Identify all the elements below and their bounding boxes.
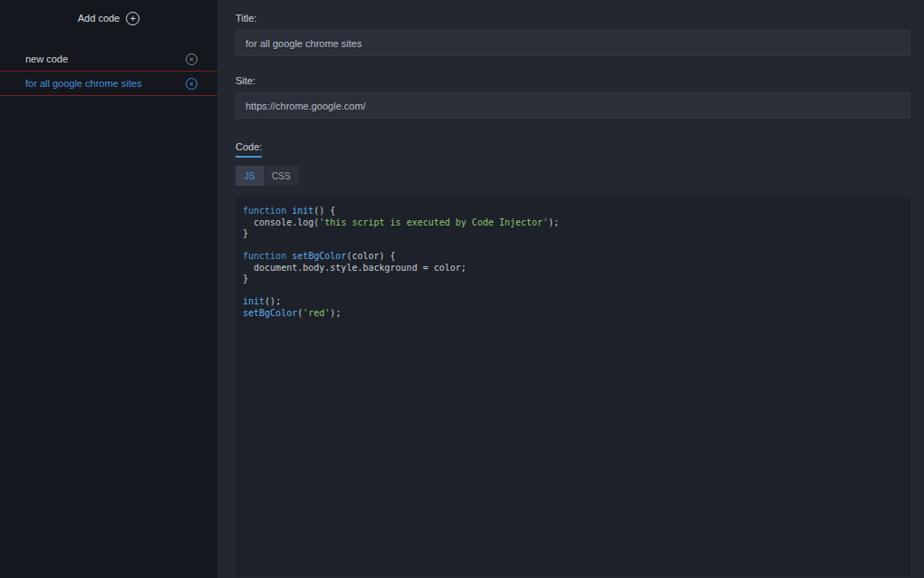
code-injector-app: Add code + new code✕for all google chrom… <box>0 0 924 578</box>
site-field: Site: <box>236 75 910 119</box>
sidebar: Add code + new code✕for all google chrom… <box>0 0 217 578</box>
plus-circle-icon: + <box>126 12 140 25</box>
tab-css[interactable]: CSS <box>264 166 299 186</box>
code-line: function setBgColor(color) { <box>243 251 903 263</box>
title-input[interactable] <box>236 30 910 56</box>
code-tabs: JS CSS <box>236 166 910 186</box>
code-line: setBgColor('red'); <box>243 308 903 320</box>
x-circle-icon[interactable]: ✕ <box>186 53 197 65</box>
code-line: document.body.style.background = color; <box>243 263 903 275</box>
code-editor[interactable]: function init() { console.log('this scri… <box>236 197 910 577</box>
site-label: Site: <box>236 75 910 86</box>
tab-js[interactable]: JS <box>236 166 264 186</box>
code-line: init(); <box>243 296 903 308</box>
code-list-item[interactable]: for all google chrome sites✕ <box>0 72 217 96</box>
code-label: Code: <box>236 141 262 158</box>
title-field: Title: <box>236 13 910 56</box>
code-list-item[interactable]: new code✕ <box>0 47 217 72</box>
code-line: function init() { <box>243 206 903 217</box>
add-code-label: Add code <box>78 13 120 24</box>
add-code-button[interactable]: Add code + <box>0 0 217 36</box>
code-line: console.log('this script is executed by … <box>243 217 903 229</box>
site-input[interactable] <box>236 92 910 119</box>
code-line: } <box>243 274 903 285</box>
code-line <box>243 285 903 297</box>
x-circle-icon[interactable]: ✕ <box>186 78 197 90</box>
code-line <box>243 240 903 252</box>
code-section: Code: JS CSS function init() { console.l… <box>236 138 910 577</box>
code-line: } <box>243 228 903 240</box>
code-list: new code✕for all google chrome sites✕ <box>0 47 217 96</box>
code-list-item-label: for all google chrome sites <box>25 78 186 89</box>
editor-panel: Title: Site: Code: JS CSS function init(… <box>217 0 924 578</box>
code-list-item-label: new code <box>25 53 186 64</box>
title-label: Title: <box>236 13 910 24</box>
